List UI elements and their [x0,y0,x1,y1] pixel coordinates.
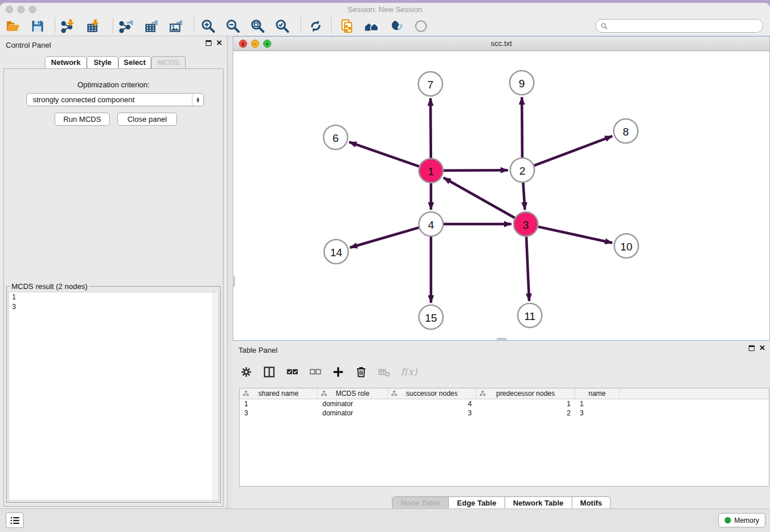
delete-table-button[interactable] [378,364,391,380]
table-cell[interactable]: 3 [575,408,619,418]
close-panel-button[interactable]: Close panel [117,113,177,126]
main-toolbar [0,16,770,36]
column-header-MCDS-role[interactable]: MCDS role [318,388,388,399]
close-panel-icon[interactable]: ✕ [216,40,222,46]
graph-edge-2-9[interactable] [522,97,522,157]
column-header-predecessor-nodes[interactable]: predecessor nodes [476,388,575,399]
graph-edge-4-14[interactable] [350,228,419,248]
unselect-all-button[interactable] [309,364,322,380]
clone-network-icon [339,18,355,34]
column-header-label: MCDS role [336,390,369,398]
column-header-shared-name[interactable]: shared name [240,388,318,399]
zoom-out-button[interactable] [221,17,245,35]
graph-node-label: 14 [330,246,342,259]
criterion-dropdown[interactable]: strongly connected component ▲▼ [26,93,204,106]
application-window: Session: New Session Control Panel ✕ Net… [0,3,770,532]
tab-style[interactable]: Style [87,56,118,69]
import-network-button[interactable] [56,17,80,35]
clone-network-button[interactable] [334,17,359,35]
close-table-panel-icon[interactable]: ✕ [759,345,765,351]
delete-row-button[interactable] [355,364,368,380]
float-table-panel-icon[interactable] [749,345,754,351]
zoom-selected-button[interactable] [270,17,295,35]
tab-select[interactable]: Select [118,56,151,69]
vertical-scroll-thumb[interactable] [233,276,235,287]
column-header-successor-nodes[interactable]: successor nodes [388,388,476,399]
horizontal-scroll-thumb[interactable] [496,338,507,340]
export-image-button[interactable] [163,17,188,35]
first-neighbors-button[interactable] [359,17,384,35]
network-canvas[interactable]: 7968124314101511 [233,51,769,340]
graph-node-label: 10 [620,241,632,253]
function-builder-button[interactable]: f(x) [401,364,417,380]
table-cell[interactable]: 1 [476,399,575,408]
table-tabs: Node TableEdge TableNetwork TableMotifs [233,496,770,510]
float-panel-icon[interactable] [206,40,211,46]
toolbar-group [1,17,50,35]
graph-edge-2-8[interactable] [534,136,613,165]
mcds-result-area[interactable]: 13 [9,292,218,500]
column-view-button[interactable] [263,364,276,380]
toolbar-separator [113,18,113,33]
table-cell[interactable]: 2 [476,408,575,418]
toolbar-group [56,17,105,35]
add-row-icon [332,365,345,379]
import-table-button[interactable] [80,17,105,35]
graph-edge-3-10[interactable] [538,227,612,243]
task-history-button[interactable] [6,512,24,528]
search-input[interactable] [611,22,754,30]
mcds-result-groupbox: MCDS result (2 nodes) 13 [6,286,221,503]
graph-edge-1-6[interactable] [349,142,419,166]
open-session-icon [5,18,21,34]
mcds-result-title: MCDS result (2 nodes) [10,282,89,291]
table-cell[interactable]: 1 [240,399,318,408]
run-mcds-button[interactable]: Run MCDS [55,113,110,126]
graph-edge-3-1[interactable] [444,178,515,218]
result-scrollbar[interactable] [213,292,218,500]
add-row-button[interactable] [332,364,345,380]
zoom-fit-button[interactable] [245,17,270,35]
column-header-name[interactable]: name [575,388,619,399]
tab-edge-table[interactable]: Edge Table [449,496,505,510]
show-hide-graphics-icon [413,18,429,34]
apply-style-button[interactable] [384,17,409,35]
export-network-button[interactable] [114,17,138,35]
save-session-button[interactable] [25,17,50,35]
tab-motifs[interactable]: Motifs [572,496,611,510]
control-panel-tabs: NetworkStyleSelectMCDS [0,56,227,69]
toolbar-separator [55,18,55,33]
tab-node-table[interactable]: Node Table [392,496,449,510]
table-cell[interactable]: dominator [318,408,388,418]
table-cell[interactable]: 3 [388,408,476,418]
settings-button[interactable] [240,364,253,380]
zoom-in-button[interactable] [196,17,221,35]
tab-network[interactable]: Network [45,56,87,69]
table-row[interactable]: 1dominator411 [240,399,769,408]
memory-button[interactable]: Memory [718,513,765,527]
tab-mcds[interactable]: MCDS [151,56,186,69]
show-hide-graphics-button[interactable] [409,17,433,35]
tab-network-table[interactable]: Network Table [505,496,572,510]
graph-edge-1-7[interactable] [430,98,431,158]
network-window-titlebar[interactable]: x − + scc.txt [233,37,769,51]
graph-edge-3-11[interactable] [526,237,529,301]
graph-node-label: 15 [425,312,437,324]
open-session-button[interactable] [1,17,25,35]
table-cell[interactable]: 3 [240,408,318,418]
status-bar: Memory [0,508,770,532]
graph-edge-1-2[interactable] [444,170,508,171]
table-panel-title: Table Panel [238,346,278,354]
session-title: Session: New Session [0,5,770,14]
graph-node-label: 3 [523,219,529,231]
table-row[interactable]: 3dominator323 [240,408,769,418]
select-all-button[interactable] [286,364,299,380]
table-cell[interactable]: dominator [318,399,388,408]
search-field[interactable] [595,19,763,33]
attribute-type-icon [321,390,328,397]
refresh-layout-button[interactable] [303,17,328,35]
graph-node-label: 1 [428,165,434,178]
graph-edge-2-3[interactable] [523,183,525,210]
table-cell[interactable]: 1 [575,399,619,408]
export-table-button[interactable] [138,17,163,35]
table-cell[interactable]: 4 [388,399,476,408]
